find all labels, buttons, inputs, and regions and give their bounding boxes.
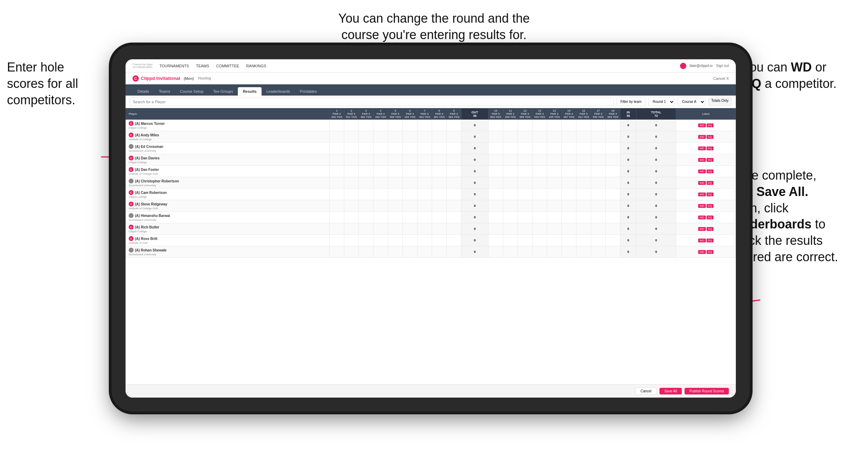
score-input-hole-8-player-7[interactable] — [435, 201, 444, 210]
wd-button-9[interactable]: WD — [698, 227, 705, 231]
score-hole-6-player-10[interactable] — [403, 235, 417, 246]
score-input-hole-17-player-0[interactable] — [593, 121, 603, 130]
score-input-hole-12-player-0[interactable] — [520, 121, 530, 130]
score-input-hole-4-player-11[interactable] — [376, 247, 386, 256]
score-hole-5-player-9[interactable] — [388, 223, 403, 235]
score-input-hole-11-player-4[interactable] — [505, 167, 515, 176]
score-hole-10-player-5[interactable] — [488, 177, 503, 189]
score-input-hole-15-player-8[interactable] — [564, 213, 574, 222]
score-hole-13-player-4[interactable] — [532, 166, 547, 177]
score-hole-8-player-0[interactable] — [432, 120, 447, 131]
score-input-hole-1-player-0[interactable] — [332, 121, 342, 130]
score-hole-9-player-8[interactable] — [447, 212, 461, 223]
score-input-hole-8-player-3[interactable] — [435, 155, 444, 164]
score-input-hole-10-player-7[interactable] — [491, 201, 500, 210]
score-hole-6-player-3[interactable] — [403, 154, 417, 166]
wd-dq-cell-1[interactable]: WD DQ — [676, 131, 735, 143]
score-input-hole-18-player-5[interactable] — [608, 178, 618, 187]
wd-dq-cell-6[interactable]: WD DQ — [676, 189, 735, 200]
score-input-hole-8-player-10[interactable] — [435, 236, 444, 245]
score-hole-4-player-6[interactable] — [373, 189, 388, 200]
score-hole-10-player-9[interactable] — [488, 223, 503, 235]
score-input-hole-4-player-9[interactable] — [376, 224, 386, 233]
score-input-hole-4-player-6[interactable] — [376, 190, 386, 199]
score-input-hole-9-player-3[interactable] — [449, 155, 459, 164]
score-hole-11-player-10[interactable] — [503, 235, 518, 246]
score-input-hole-3-player-0[interactable] — [361, 121, 371, 130]
score-hole-15-player-0[interactable] — [561, 120, 576, 131]
score-hole-11-player-6[interactable] — [503, 189, 518, 200]
score-hole-13-player-7[interactable] — [532, 200, 547, 212]
score-hole-3-player-4[interactable] — [359, 166, 373, 177]
score-hole-13-player-11[interactable] — [532, 246, 547, 258]
score-input-hole-9-player-10[interactable] — [449, 236, 459, 245]
score-input-hole-8-player-8[interactable] — [435, 213, 444, 222]
score-input-hole-1-player-11[interactable] — [332, 247, 342, 256]
score-input-hole-1-player-2[interactable] — [332, 144, 342, 153]
score-hole-1-player-8[interactable] — [330, 212, 344, 223]
wd-button-11[interactable]: WD — [698, 250, 705, 254]
score-hole-11-player-1[interactable] — [503, 131, 518, 143]
nav-teams[interactable]: TEAMS — [196, 64, 209, 68]
score-input-hole-5-player-0[interactable] — [391, 121, 400, 130]
score-input-hole-7-player-0[interactable] — [420, 121, 430, 130]
wd-dq-cell-11[interactable]: WD DQ — [676, 246, 735, 258]
score-input-hole-17-player-3[interactable] — [593, 155, 603, 164]
score-input-hole-1-player-4[interactable] — [332, 167, 342, 176]
score-input-hole-12-player-5[interactable] — [520, 178, 530, 187]
score-hole-17-player-9[interactable] — [591, 223, 605, 235]
score-hole-3-player-11[interactable] — [359, 246, 373, 258]
score-hole-13-player-10[interactable] — [532, 235, 547, 246]
score-input-hole-5-player-11[interactable] — [391, 247, 400, 256]
score-input-hole-16-player-9[interactable] — [579, 224, 588, 233]
score-hole-12-player-3[interactable] — [518, 154, 532, 166]
score-hole-4-player-0[interactable] — [373, 120, 388, 131]
score-input-hole-12-player-1[interactable] — [520, 132, 530, 141]
wd-button-5[interactable]: WD — [698, 181, 705, 185]
score-hole-15-player-4[interactable] — [561, 166, 576, 177]
score-input-hole-17-player-6[interactable] — [593, 190, 603, 199]
score-input-hole-9-player-1[interactable] — [449, 132, 459, 141]
dq-button-10[interactable]: DQ — [707, 239, 714, 242]
tab-printables[interactable]: Printables — [295, 87, 322, 96]
score-input-hole-16-player-3[interactable] — [579, 155, 588, 164]
score-input-hole-9-player-2[interactable] — [449, 144, 459, 153]
score-input-hole-8-player-11[interactable] — [435, 247, 444, 256]
score-input-hole-7-player-4[interactable] — [420, 167, 430, 176]
score-hole-8-player-4[interactable] — [432, 166, 447, 177]
score-input-hole-11-player-0[interactable] — [505, 121, 515, 130]
score-hole-9-player-0[interactable] — [447, 120, 461, 131]
nav-committee[interactable]: COMMITTEE — [216, 64, 239, 68]
score-input-hole-10-player-8[interactable] — [491, 213, 500, 222]
score-input-hole-7-player-1[interactable] — [420, 132, 430, 141]
score-hole-16-player-6[interactable] — [576, 189, 591, 200]
score-input-hole-17-player-2[interactable] — [593, 144, 603, 153]
score-input-hole-3-player-11[interactable] — [361, 247, 371, 256]
score-input-hole-10-player-1[interactable] — [491, 132, 500, 141]
score-hole-8-player-11[interactable] — [432, 246, 447, 258]
score-input-hole-3-player-4[interactable] — [361, 167, 371, 176]
score-hole-4-player-5[interactable] — [373, 177, 388, 189]
tab-course-setup[interactable]: Course Setup — [175, 87, 208, 96]
sign-out-link[interactable]: Sign out — [716, 64, 729, 68]
score-hole-14-player-6[interactable] — [547, 189, 561, 200]
score-input-hole-6-player-11[interactable] — [405, 247, 415, 256]
score-input-hole-14-player-11[interactable] — [549, 247, 559, 256]
score-input-hole-17-player-7[interactable] — [593, 201, 603, 210]
wd-button-0[interactable]: WD — [698, 123, 705, 127]
score-input-hole-2-player-9[interactable] — [347, 224, 356, 233]
score-input-hole-11-player-1[interactable] — [505, 132, 515, 141]
score-input-hole-16-player-2[interactable] — [579, 144, 588, 153]
score-hole-3-player-2[interactable] — [359, 143, 373, 154]
score-input-hole-5-player-8[interactable] — [391, 213, 400, 222]
score-input-hole-10-player-3[interactable] — [491, 155, 500, 164]
score-input-hole-18-player-9[interactable] — [608, 224, 618, 233]
score-hole-3-player-8[interactable] — [359, 212, 373, 223]
score-input-hole-15-player-9[interactable] — [564, 224, 574, 233]
score-input-hole-7-player-8[interactable] — [420, 213, 430, 222]
score-hole-12-player-5[interactable] — [518, 177, 532, 189]
score-hole-12-player-9[interactable] — [518, 223, 532, 235]
filter-by-team-button[interactable]: Filter by team — [617, 98, 646, 106]
score-hole-2-player-11[interactable] — [344, 246, 359, 258]
score-hole-2-player-0[interactable] — [344, 120, 359, 131]
